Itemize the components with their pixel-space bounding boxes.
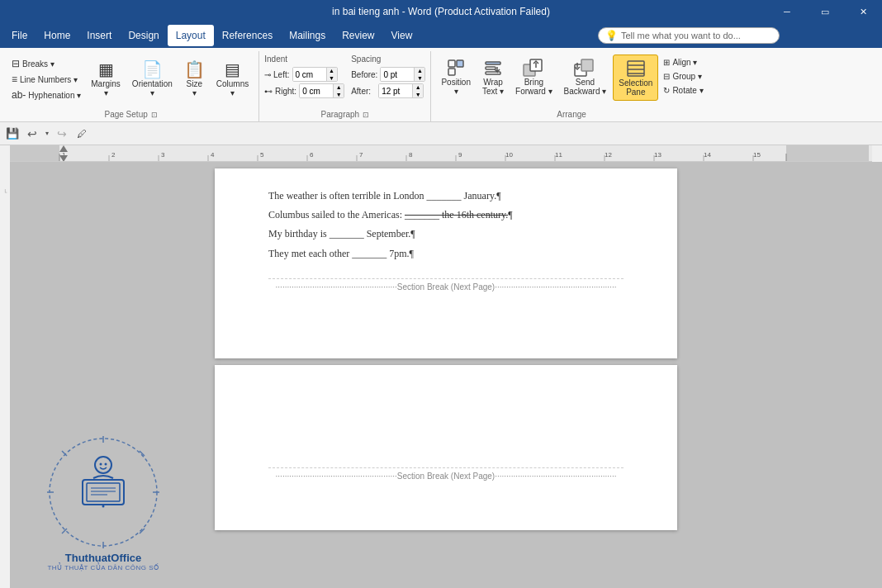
indent-right-spin: ▲ ▼: [333, 83, 344, 98]
svg-text:11: 11: [555, 151, 562, 159]
line-2: Columbus sailed to the Americas: _______…: [268, 207, 624, 223]
line-numbers-button[interactable]: ≡ Line Numbers ▾: [8, 72, 84, 87]
svg-text:5: 5: [260, 151, 264, 159]
indent-left-down[interactable]: ▼: [327, 74, 337, 82]
orientation-button[interactable]: 📄 Orientation▾: [127, 56, 178, 101]
undo-dropdown[interactable]: ▾: [43, 125, 51, 143]
spacing-before-input[interactable]: [381, 68, 414, 81]
columns-icon: ▤: [225, 59, 240, 79]
rotate-icon: ↻: [663, 86, 670, 95]
hyphenation-label: Hyphenation ▾: [28, 91, 81, 100]
svg-rect-3: [486, 62, 500, 64]
tab-stop-icon: ⌐: [1, 188, 9, 192]
menu-layout[interactable]: Layout: [168, 25, 214, 46]
line-3: My birthday is _______ September.¶: [268, 226, 624, 242]
rotate-button[interactable]: ↻ Rotate ▾: [660, 84, 706, 97]
spacing-before-input-box: ▲ ▼: [380, 67, 425, 82]
minimize-button[interactable]: ─: [768, 0, 806, 23]
spacing-before-down[interactable]: ▼: [415, 74, 424, 82]
indent-right-row: ⊷ Right: ▲ ▼: [264, 83, 344, 98]
selection-pane-label: SelectionPane: [619, 78, 652, 97]
ribbon-group-page-setup: ⊟ Breaks ▾ ≡ Line Numbers ▾ ab- Hyphenat…: [3, 51, 259, 121]
menu-references[interactable]: References: [214, 25, 281, 46]
arrange-label: Arrange: [436, 110, 706, 121]
breaks-button[interactable]: ⊟ Breaks ▾: [8, 56, 84, 71]
selection-pane-button[interactable]: SelectionPane: [613, 55, 658, 101]
svg-rect-10: [581, 59, 593, 71]
paragraph-expand-icon[interactable]: ⊡: [363, 111, 369, 119]
margins-label: Margins▾: [91, 79, 121, 97]
menu-review[interactable]: Review: [334, 25, 382, 46]
indent-right-label: ⊷ Right:: [264, 87, 296, 96]
redo-button[interactable]: ↪: [53, 125, 71, 143]
undo-button[interactable]: ↩: [23, 125, 41, 143]
indent-right-input[interactable]: [300, 84, 333, 97]
indent-right-input-box: ▲ ▼: [299, 83, 344, 98]
columns-button[interactable]: ▤ Columns▾: [211, 56, 254, 101]
svg-text:9: 9: [458, 151, 462, 159]
wrap-text-label: WrapText ▾: [482, 78, 504, 96]
wrap-text-button[interactable]: WrapText ▾: [477, 55, 509, 99]
orientation-label: Orientation▾: [132, 79, 173, 97]
svg-rect-2: [448, 69, 455, 75]
orientation-icon: 📄: [142, 59, 163, 79]
wrap-text-icon: [483, 58, 503, 78]
document-scroll-area[interactable]: The weather is often terrible in London …: [10, 162, 882, 588]
spacing-before-row: Before: ▲ ▼: [351, 67, 425, 82]
spacing-before-spin: ▲ ▼: [414, 67, 424, 82]
bring-forward-icon: [522, 58, 545, 78]
ruler-left-side: [0, 145, 10, 162]
indent-label: Indent: [264, 55, 344, 64]
hyphenation-button[interactable]: ab- Hyphenation ▾: [8, 88, 84, 102]
svg-rect-16: [10, 145, 872, 162]
ribbon: ⊟ Breaks ▾ ≡ Line Numbers ▾ ab- Hyphenat…: [0, 48, 882, 122]
margins-button[interactable]: ▦ Margins▾: [86, 56, 126, 101]
restore-button[interactable]: ▭: [806, 0, 844, 23]
position-icon: [446, 58, 466, 78]
menu-view[interactable]: View: [383, 25, 421, 46]
left-margin: ⌐: [0, 162, 10, 588]
group-button[interactable]: ⊟ Group ▾: [660, 70, 706, 83]
spacing-before-up[interactable]: ▲: [415, 67, 424, 74]
position-button[interactable]: Position▾: [436, 55, 476, 99]
menu-home[interactable]: Home: [36, 25, 78, 46]
save-button[interactable]: 💾: [3, 125, 21, 143]
ribbon-group-paragraph: Indent ⊸ Left: ▲ ▼ ⊷ Right:: [259, 51, 431, 121]
group-label: Group ▾: [672, 72, 702, 81]
hyphenation-icon: ab-: [12, 89, 26, 101]
indent-left-up[interactable]: ▲: [327, 67, 337, 74]
page-setup-expand-icon[interactable]: ⊡: [151, 111, 158, 119]
size-button[interactable]: 📋 Size▾: [179, 56, 210, 101]
indent-right-down[interactable]: ▼: [334, 91, 344, 98]
menu-design[interactable]: Design: [120, 25, 167, 46]
indent-left-input[interactable]: [293, 68, 326, 81]
indent-right-up[interactable]: ▲: [334, 83, 344, 91]
menu-file[interactable]: File: [3, 25, 36, 46]
spacing-label: Spacing: [351, 55, 425, 64]
menu-bar: File Home Insert Design Layout Reference…: [0, 23, 882, 48]
section-break-1: ········································…: [268, 278, 624, 292]
breaks-icon: ⊟: [12, 58, 20, 69]
menu-mailings[interactable]: Mailings: [281, 25, 334, 46]
svg-text:13: 13: [654, 151, 662, 159]
tell-me-box[interactable]: 💡 Tell me what you want to do...: [598, 27, 780, 44]
bring-forward-label: BringForward ▾: [515, 78, 552, 96]
spacing-after-down[interactable]: ▼: [413, 91, 423, 98]
send-backward-label: SendBackward ▾: [564, 78, 607, 96]
spacing-before-label: Before:: [351, 70, 377, 79]
title-text: in bai tieng anh - Word (Product Activat…: [332, 6, 550, 17]
customize-button[interactable]: 🖊: [73, 125, 91, 143]
ruler-area: 1 2 3 4 5 6 7 8 9 10 11 12 13 1: [0, 145, 882, 162]
svg-text:2: 2: [111, 151, 116, 159]
spacing-after-up[interactable]: ▲: [413, 83, 423, 91]
svg-rect-18: [786, 145, 869, 162]
send-backward-icon: [573, 58, 596, 78]
paragraph-label: Paragraph ⊡: [264, 110, 425, 121]
send-backward-button[interactable]: SendBackward ▾: [559, 55, 612, 99]
menu-insert[interactable]: Insert: [78, 25, 120, 46]
bring-forward-button[interactable]: BringForward ▾: [510, 55, 557, 99]
line-1: The weather is often terrible in London …: [268, 188, 624, 204]
spacing-after-input[interactable]: [379, 84, 412, 97]
align-button[interactable]: ⊞ Align ▾: [660, 56, 706, 69]
close-button[interactable]: ✕: [844, 0, 882, 23]
